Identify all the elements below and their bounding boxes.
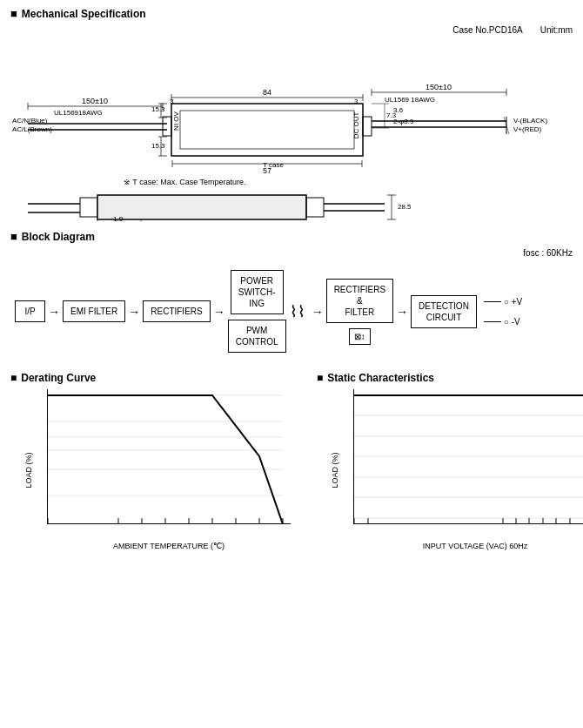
block-outputs: ○ +V ○ -V <box>484 297 522 327</box>
svg-text:15.3: 15.3 <box>151 142 165 150</box>
svg-text:1.9: 1.9 <box>113 215 124 221</box>
derating-chart: Derating Curve LOAD (%) 100 80 60 50 <box>10 372 299 550</box>
svg-text:3.6: 3.6 <box>393 106 404 114</box>
svg-rect-53 <box>97 195 306 219</box>
block-fosc: fosc : 60KHz <box>10 248 573 258</box>
arrow-emi-rect: → <box>125 306 143 318</box>
svg-text:3: 3 <box>354 98 359 105</box>
output-minus: ○ -V <box>484 317 522 327</box>
coil-symbol: ⌇⌇ <box>286 302 309 321</box>
derating-x-label: AMBIENT TEMPERATURE (℃) <box>47 542 291 550</box>
svg-rect-54 <box>306 198 324 217</box>
block-section: Block Diagram fosc : 60KHz I/P → EMI FIL… <box>10 230 573 360</box>
block-title: Block Diagram <box>10 230 573 243</box>
svg-text:V-(BLACK): V-(BLACK) <box>513 117 547 125</box>
svg-text:AC/L(Brown): AC/L(Brown) <box>12 125 52 133</box>
arrow-rect2-detect: → <box>393 306 411 318</box>
svg-text:UL1569 18AWG: UL1569 18AWG <box>385 96 435 104</box>
static-x-label: INPUT VOLTAGE (VAC) 60Hz <box>353 542 583 550</box>
svg-text:84: 84 <box>263 88 271 97</box>
svg-text:DC OUT: DC OUT <box>352 112 360 139</box>
svg-text:150±10: 150±10 <box>426 83 452 91</box>
arrow-coil-rect2: → <box>309 306 326 318</box>
svg-text:150±10: 150±10 <box>82 97 108 105</box>
block-feedback: ⊠↕ <box>349 328 371 345</box>
static-chart: Static Characteristics LOAD (%) 100 90 8… <box>317 372 583 550</box>
derating-title: Derating Curve <box>10 372 299 384</box>
svg-text:3: 3 <box>170 98 174 105</box>
svg-text:※ T case: Max. Case Temperatur: ※ T case: Max. Case Temperature. <box>124 178 246 186</box>
static-svg: 100 90 80 70 60 50 40 90 100 <box>353 389 583 524</box>
svg-rect-2 <box>163 117 171 136</box>
block-rect1: RECTIFIERS <box>143 300 210 322</box>
block-power-switching: POWERSWITCH-ING <box>231 270 284 314</box>
block-ip: I/P <box>15 300 45 322</box>
output-plus: ○ +V <box>484 297 522 307</box>
mechanical-diagram: 84 150±10 UL1569 18AWG 150±10 UL156918AW… <box>10 38 573 221</box>
svg-rect-5 <box>363 117 372 136</box>
block-diagram: I/P → EMI FILTER → RECTIFIERS → POWERSWI… <box>10 263 573 360</box>
mechanical-case-info: Case No.PCD16A Unit:mm <box>10 25 573 35</box>
svg-text:V+(RED): V+(RED) <box>513 125 542 133</box>
mechanical-section: Mechanical Specification Case No.PCD16A … <box>10 7 573 221</box>
block-emi: EMI FILTER <box>63 300 125 322</box>
arrow-rect-power: → <box>211 306 228 318</box>
static-chart-area: LOAD (%) 100 90 80 70 60 50 40 <box>353 389 583 550</box>
svg-text:28.5: 28.5 <box>398 203 412 211</box>
block-power-pwm: POWERSWITCH-ING PWMCONTROL <box>228 270 286 353</box>
svg-text:T case: T case <box>263 161 284 169</box>
arrow-ip-emi: → <box>45 306 63 318</box>
static-y-label: LOAD (%) <box>331 452 339 488</box>
derating-y-label: LOAD (%) <box>24 452 33 488</box>
block-rect2-detect: RECTIFIERS& FILTER ⊠↕ <box>326 279 393 345</box>
static-title: Static Characteristics <box>317 372 583 384</box>
svg-text:AC/N(Blue): AC/N(Blue) <box>12 117 48 125</box>
svg-rect-52 <box>80 198 97 217</box>
block-detect: DETECTIONCIRCUIT <box>411 295 477 328</box>
block-rect2: RECTIFIERS& FILTER <box>326 279 393 323</box>
block-pwm-control: PWMCONTROL <box>228 320 286 353</box>
charts-section: Derating Curve LOAD (%) 100 80 60 50 <box>10 372 573 550</box>
derating-svg: 100 80 60 50 40 20 -30 0 <box>47 389 291 524</box>
svg-text:NI OV: NI OV <box>172 111 180 130</box>
derating-chart-area: LOAD (%) 100 80 60 50 40 20 <box>47 389 291 550</box>
mechanical-title: Mechanical Specification <box>10 7 573 20</box>
svg-rect-4 <box>180 111 354 149</box>
svg-text:2-φ8.9: 2-φ8.9 <box>393 118 414 125</box>
svg-text:UL156918AWG: UL156918AWG <box>54 109 103 117</box>
mechanical-svg: 84 150±10 UL1569 18AWG 150±10 UL156918AW… <box>10 38 576 221</box>
svg-rect-3 <box>171 104 363 156</box>
svg-text:15.3: 15.3 <box>151 105 165 113</box>
